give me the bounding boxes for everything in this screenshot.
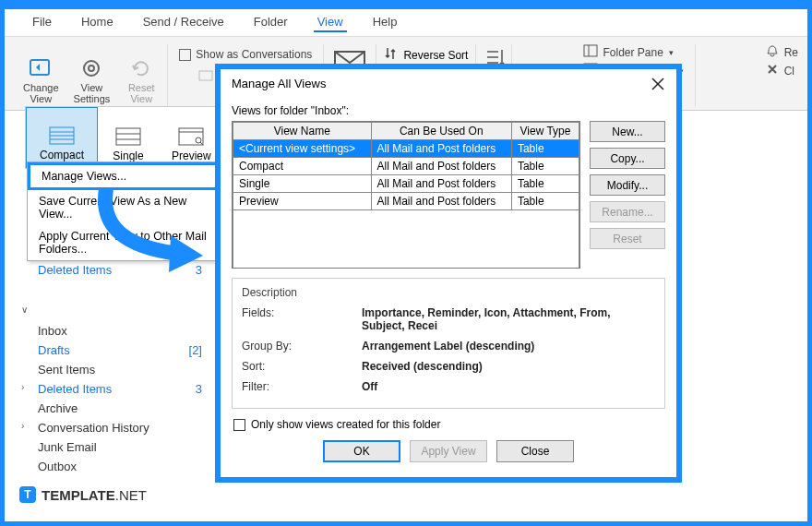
sort-icon — [384, 46, 399, 65]
folder-pane-icon — [583, 44, 598, 60]
view-compact[interactable]: Compact — [26, 107, 98, 168]
table-row[interactable]: <Current view settings>All Mail and Post… — [233, 140, 579, 158]
close-button[interactable]: Close — [496, 440, 574, 462]
menu-home[interactable]: Home — [78, 13, 117, 32]
preview-view-icon — [178, 127, 204, 146]
compact-view-icon — [49, 126, 75, 145]
folder-sidebar: Drafts[2] Deleted Items3 ∨ Inbox Drafts[… — [14, 241, 213, 476]
apply-view-button: Apply View — [410, 440, 487, 462]
views-table[interactable]: View NameCan Be Used OnView Type <Curren… — [232, 121, 580, 269]
menu-help[interactable]: Help — [369, 13, 401, 32]
sidebar-outbox[interactable]: Outbox — [14, 457, 213, 476]
dialog-close-button[interactable] — [651, 77, 665, 91]
menu-view[interactable]: View — [314, 13, 347, 32]
table-row[interactable]: PreviewAll Mail and Post foldersTable — [233, 193, 579, 210]
views-for-label: Views for folder "Inbox": — [232, 104, 665, 117]
reverse-sort-button[interactable]: Reverse Sort — [384, 46, 468, 65]
dialog-title: Manage All Views — [232, 77, 326, 91]
menu-folder[interactable]: Folder — [250, 13, 292, 32]
svg-point-1 — [84, 61, 99, 76]
table-row[interactable]: SingleAll Mail and Post foldersTable — [233, 175, 579, 193]
sidebar-conversation-history[interactable]: ›Conversation History — [14, 418, 213, 437]
svg-rect-20 — [116, 128, 140, 145]
close-icon — [766, 63, 779, 78]
conversation-icon — [198, 68, 215, 85]
folder-pane-button[interactable]: Folder Pane▾ — [583, 44, 684, 60]
ok-button[interactable]: OK — [323, 440, 400, 462]
description-title: Description — [242, 286, 655, 299]
svg-point-2 — [89, 66, 94, 71]
reset-icon — [129, 56, 153, 80]
gear-icon — [79, 56, 103, 80]
rename-button: Rename... — [590, 201, 665, 222]
sidebar-deleted2[interactable]: ›Deleted Items3 — [14, 379, 213, 399]
template-logo-icon: T — [19, 486, 36, 503]
sidebar-drafts2[interactable]: Drafts[2] — [14, 341, 213, 360]
reset-button: Reset — [590, 228, 665, 249]
close-all-button[interactable]: Cl — [766, 63, 798, 78]
copy-button[interactable]: Copy... — [590, 148, 665, 169]
col-view-type[interactable]: View Type — [511, 123, 579, 140]
col-view-name[interactable]: View Name — [233, 123, 372, 140]
sidebar-sent[interactable]: Sent Items — [14, 360, 213, 379]
modify-button[interactable]: Modify... — [590, 174, 665, 196]
new-button[interactable]: New... — [590, 121, 665, 142]
col-used-on[interactable]: Can Be Used On — [371, 123, 511, 140]
checkbox-icon — [179, 49, 191, 61]
menu-send-receive[interactable]: Send / Receive — [139, 13, 228, 32]
sidebar-junk[interactable]: Junk Email — [14, 437, 213, 457]
save-view-menu-item[interactable]: Save Current View As a New View... — [28, 190, 223, 225]
svg-rect-3 — [199, 71, 212, 80]
change-view-button[interactable]: Change View — [16, 41, 66, 110]
change-view-icon — [29, 56, 53, 80]
view-settings-button[interactable]: View Settings — [66, 41, 118, 110]
checkbox-icon — [233, 419, 245, 431]
svg-rect-10 — [584, 45, 597, 56]
single-view-icon — [115, 127, 141, 146]
table-row[interactable]: CompactAll Mail and Post foldersTable — [233, 158, 579, 175]
change-view-menu: Manage Views... Save Current View As a N… — [27, 161, 224, 261]
bell-icon — [766, 44, 779, 60]
view-single[interactable]: Single — [98, 107, 159, 168]
sidebar-inbox[interactable]: Inbox — [14, 321, 213, 341]
sidebar-account-toggle[interactable]: ∨ — [14, 296, 213, 321]
menu-file[interactable]: File — [29, 13, 55, 32]
reminders-button[interactable]: Re — [766, 44, 798, 60]
reset-view-button[interactable]: Reset View — [117, 41, 165, 110]
show-as-conversations-checkbox[interactable]: Show as Conversations — [177, 46, 314, 63]
manage-views-dialog: Manage All Views Views for folder "Inbox… — [215, 64, 682, 483]
only-show-checkbox[interactable]: Only show views created for this folder — [233, 418, 663, 431]
manage-views-menu-item[interactable]: Manage Views... — [28, 162, 223, 190]
sidebar-deleted[interactable]: Deleted Items3 — [14, 260, 213, 280]
menubar: File Home Send / Receive Folder View Hel… — [5, 9, 807, 37]
apply-view-menu-item[interactable]: Apply Current View to Other Mail Folders… — [28, 225, 223, 260]
watermark: T TEMPLATE.NET — [19, 486, 147, 503]
sidebar-archive[interactable]: Archive — [14, 399, 213, 418]
description-panel: Description Fields:Importance, Reminder,… — [232, 278, 665, 409]
